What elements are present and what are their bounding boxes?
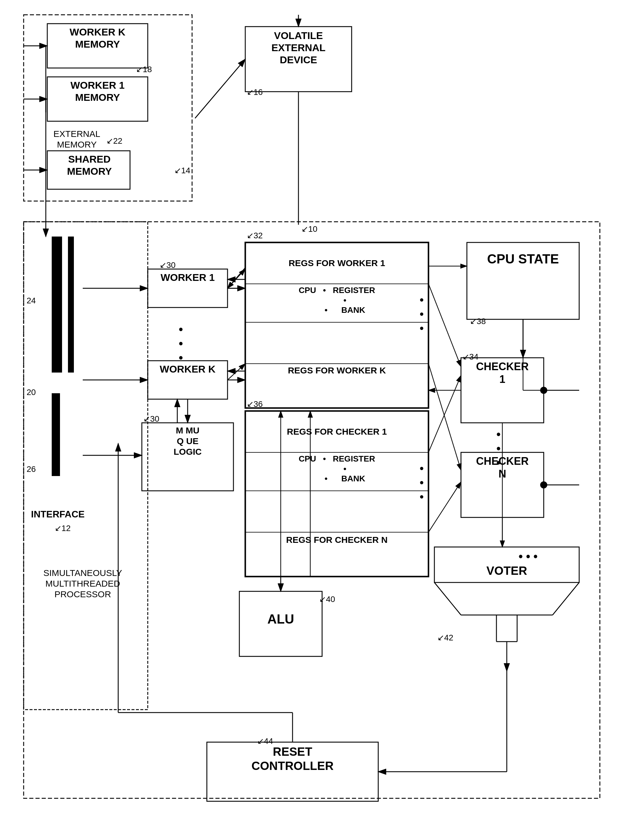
reset-controller-label: RESETCONTROLLER (208, 744, 377, 773)
regs-checker-n-label: REGS FOR CHECKER N (248, 535, 425, 545)
reg-dots-upper: ••• (419, 293, 424, 335)
worker1-label: WORKER 1 (149, 271, 226, 284)
ref-10: ↙10 (301, 224, 317, 234)
regs-worker1-label: REGS FOR WORKER 1 (248, 258, 425, 268)
ref-26: 26 (27, 464, 36, 474)
mmu-label: M MUQ UELOGIC (143, 425, 232, 457)
svg-line-46 (428, 364, 461, 470)
ref-40: ↙40 (319, 594, 335, 604)
interface-label: INTERFACE (31, 509, 84, 520)
ref-30b: ↙30 (143, 414, 159, 424)
external-memory-label: EXTERNALMEMORY (38, 129, 115, 150)
svg-line-77 (195, 59, 245, 118)
worker-k-memory-ref: ↙18 (136, 64, 152, 74)
worker-k-label: WORKER K (149, 363, 226, 375)
svg-line-28 (434, 583, 461, 615)
voter-label: • • •VOTER (436, 549, 578, 578)
svg-point-81 (540, 481, 547, 488)
worker-k-memory-label: WORKER KMEMORY (49, 26, 146, 50)
ref-34: ↙34 (462, 352, 478, 362)
ref-30a: ↙30 (159, 260, 176, 270)
ref-44: ↙44 (257, 736, 273, 746)
svg-rect-10 (24, 222, 148, 710)
reg-dots-lower: ••• (419, 461, 424, 504)
volatile-external-label: VOLATILEEXTERNALDEVICE (247, 30, 350, 66)
svg-line-48 (428, 482, 461, 532)
diagram-container: WORKER KMEMORY ↙18 WORKER 1MEMORY EXTERN… (0, 0, 617, 840)
svg-line-43 (227, 364, 245, 380)
ref-38: ↙38 (470, 316, 486, 327)
cpu-register-label-lower: CPU • REGISTER • • BANK (248, 454, 425, 484)
alu-label: ALU (241, 611, 320, 627)
ref-42: ↙42 (437, 633, 453, 643)
volatile-external-ref: ↙16 (247, 87, 263, 97)
external-memory-ref: ↙22 (106, 136, 123, 146)
worker-dots: ••• (179, 322, 183, 365)
cpu-register-bank-upper-ref: ↙32 (247, 231, 263, 241)
smt-label: SIMULTANEOUSLYMULTITHREADEDPROCESSOR (27, 568, 139, 600)
shared-memory-label: SHAREDMEMORY (49, 153, 130, 177)
cpu-register-label-upper: CPU • REGISTER • • BANK (248, 285, 425, 315)
svg-line-29 (553, 583, 579, 615)
ref-14: ↙14 (174, 166, 190, 176)
worker-1-memory-label: WORKER 1MEMORY (49, 79, 146, 104)
cpu-state-label: CPU STATE (468, 251, 578, 267)
svg-line-47 (428, 376, 461, 453)
ref-24: 24 (27, 296, 36, 306)
checker1-label: CHECKER1 (462, 360, 542, 386)
svg-rect-12 (52, 393, 60, 476)
checker-n-label: CHECKERN (462, 455, 542, 480)
main-svg (0, 0, 617, 840)
regs-checker1-label: REGS FOR CHECKER 1 (248, 426, 425, 437)
ref-12: ↙12 (55, 524, 71, 533)
cpu-register-bank-lower-ref: ↙36 (247, 399, 263, 409)
svg-line-42 (227, 268, 245, 288)
regs-worker-k-label: REGS FOR WORKER K (248, 365, 425, 376)
ref-20: 20 (27, 387, 36, 397)
svg-line-45 (428, 284, 461, 367)
